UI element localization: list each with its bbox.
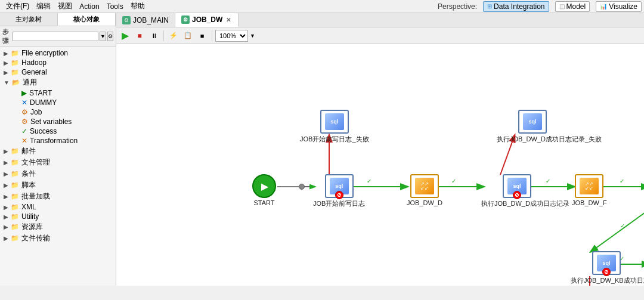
- sidebar-label-script: 脚本: [21, 180, 36, 190]
- sql-node-box: sql: [518, 110, 547, 134]
- sidebar-item-batch-load[interactable]: ▶ 📁 批量加载: [0, 191, 116, 202]
- arrow-bl: ↙: [420, 187, 424, 190]
- start-node-box: ▶: [252, 174, 276, 198]
- paste-button[interactable]: ■: [196, 29, 209, 42]
- tab-close-button[interactable]: ✕: [225, 17, 232, 23]
- sidebar-label-file-mgmt: 文件管理: [21, 157, 50, 168]
- sidebar-label-resource: 资源库: [21, 222, 43, 232]
- sidebar-item-start[interactable]: ▶ START: [0, 88, 116, 98]
- sidebar-search-input[interactable]: [13, 32, 98, 41]
- sidebar-item-condition[interactable]: ▶ 📁 条件: [0, 168, 116, 180]
- menu-file[interactable]: 文件(F): [2, 0, 33, 13]
- tab-job-dw[interactable]: ⚙ JOB_DW ✕: [175, 13, 239, 27]
- sidebar-item-set-variables[interactable]: ⚙ Set variables: [0, 117, 116, 126]
- folder-icon: 📁: [11, 59, 19, 67]
- sidebar-label-tongyong: 通用: [23, 78, 37, 88]
- node-job-dw-f-label: JOB_DW_F: [572, 199, 607, 206]
- sidebar-label-dummy: DUMMY: [30, 98, 57, 107]
- sidebar-item-mail[interactable]: ▶ 📁 邮件: [0, 146, 116, 157]
- node-job-begin-log-fail[interactable]: sql JOB开始前写日志_失败: [300, 110, 369, 144]
- sidebar-item-success[interactable]: ✓ Success: [0, 126, 116, 136]
- sidebar-label-file-encryption: File encryption: [21, 49, 68, 57]
- node-job-begin-log[interactable]: sql ⊘ JOB开始前写日志: [313, 174, 365, 208]
- run-button[interactable]: ▶: [119, 29, 132, 42]
- sidebar-label-hadoop: Hadoop: [21, 58, 47, 67]
- sidebar-label-start: START: [29, 89, 52, 97]
- stop-button[interactable]: ■: [133, 29, 146, 42]
- node-exec-dw-d-log[interactable]: sql ⊘ 执行JOB_DW_D成功日志记录: [481, 174, 553, 208]
- success-icon: ✓: [21, 127, 27, 135]
- sidebar-tab-main-objects[interactable]: 主对象树: [0, 13, 58, 26]
- arrow-icon: ▶: [4, 235, 8, 242]
- tab-job-dw-label: JOB_DW: [192, 16, 222, 24]
- node-exec-dw-d-log-label: 执行JOB_DW_D成功日志记录: [481, 199, 553, 208]
- canvas[interactable]: ✓ ✓ ✓: [116, 44, 644, 286]
- arrow-bl: ↙: [586, 187, 589, 190]
- perspective-visualize[interactable]: 📊 Visualize: [596, 1, 642, 12]
- start-play-icon: ▶: [261, 181, 268, 192]
- sidebar-item-file-encryption[interactable]: ▶ 📁 File encryption: [0, 48, 116, 58]
- sidebar-label-transformation: Transformation: [30, 137, 78, 145]
- job-main-icon: ⚙: [122, 16, 131, 24]
- menu-edit[interactable]: 编辑: [33, 0, 54, 13]
- arrow-icon: ▶: [4, 214, 8, 220]
- folder-icon: 📁: [11, 193, 19, 200]
- perspective-model-label: Model: [566, 2, 586, 11]
- sidebar-item-file-transfer[interactable]: ▶ 📁 文件传输: [0, 233, 116, 244]
- perspective-data-integration[interactable]: ⊞ Data Integration: [483, 1, 549, 12]
- sidebar-label-success: Success: [30, 127, 57, 135]
- perspective-label: Perspective:: [438, 2, 477, 11]
- connector-dot: [299, 184, 305, 190]
- main-layout: 主对象树 核心对象 步骤 ▼ ⚙ ▶ 📁 File encryption ▶ 📁…: [0, 13, 644, 286]
- error-badge: ⊘: [513, 191, 521, 199]
- sidebar-item-xml[interactable]: ▶ 📁 XML: [0, 202, 116, 212]
- sidebar-tab-core-objects[interactable]: 核心对象: [58, 13, 116, 26]
- node-job-dw-f[interactable]: ↗ ↗ ↙ ↙ JOB_DW_F: [572, 174, 607, 206]
- sidebar-item-resource[interactable]: ▶ 📁 资源库: [0, 221, 116, 233]
- folder-open-icon: 📂: [12, 79, 20, 86]
- svg-text:✓: ✓: [620, 178, 624, 184]
- node-start[interactable]: ▶ START: [252, 174, 276, 206]
- node-job-dw-d[interactable]: ↗ ↗ ↙ ↙ JOB_DW_D: [407, 174, 442, 206]
- arrow-icon: ▶: [4, 224, 8, 230]
- sidebar-item-general[interactable]: ▶ 📁 General: [0, 67, 116, 77]
- sql-node-box: sql ⊘: [503, 174, 531, 198]
- job-icon: ⚙: [21, 108, 28, 116]
- sidebar-item-job[interactable]: ⚙ Job: [0, 107, 116, 117]
- sidebar-label-condition: 条件: [21, 169, 36, 179]
- node-exec-dw-kb-log[interactable]: sql ⊘ 执行JOB_DW_KB成功日志记录: [571, 251, 642, 285]
- arrow-icon: ▶: [4, 50, 8, 57]
- menu-view[interactable]: 视图: [54, 0, 76, 13]
- sidebar-search-button[interactable]: ▼: [100, 32, 106, 41]
- sidebar-item-dummy[interactable]: ✕ DUMMY: [0, 98, 116, 107]
- menu-tools[interactable]: Tools: [103, 1, 127, 12]
- sidebar: 主对象树 核心对象 步骤 ▼ ⚙ ▶ 📁 File encryption ▶ 📁…: [0, 13, 116, 286]
- transform-node-box: ↗ ↗ ↙ ↙: [575, 174, 603, 198]
- sidebar-item-tongyong[interactable]: ▼ 📂 通用: [0, 77, 116, 88]
- sql-node-box: sql ⊘: [325, 174, 354, 198]
- set-variables-icon: ⚙: [21, 117, 28, 126]
- preview-button[interactable]: ⚡: [167, 29, 180, 42]
- menu-action[interactable]: Action: [76, 1, 103, 12]
- tab-bar: ⚙ JOB_MAIN ⚙ JOB_DW ✕: [116, 13, 644, 27]
- perspective-visualize-label: Visualize: [609, 2, 637, 11]
- tab-job-main[interactable]: ⚙ JOB_MAIN: [116, 13, 175, 27]
- sidebar-label-xml: XML: [21, 203, 36, 211]
- node-job-dw-d-label: JOB_DW_D: [407, 199, 442, 206]
- toolbar-separator-2: [212, 30, 212, 41]
- sidebar-search-options[interactable]: ⚙: [107, 32, 113, 41]
- sidebar-label-file-transfer: 文件传输: [21, 233, 50, 243]
- sidebar-item-script[interactable]: ▶ 📁 脚本: [0, 180, 116, 191]
- sidebar-item-hadoop[interactable]: ▶ 📁 Hadoop: [0, 58, 116, 67]
- zoom-select[interactable]: 100%: [215, 30, 248, 42]
- sidebar-item-transformation[interactable]: ✕ Transformation: [0, 136, 116, 146]
- copy-button[interactable]: 📋: [181, 29, 194, 42]
- arrow-icon: ▶: [4, 204, 8, 211]
- node-exec-dw-d-log-fail[interactable]: sql 执行JOB_DW_D成功日志记录_失败: [497, 110, 568, 144]
- pause-button[interactable]: ⏸: [147, 29, 160, 42]
- sidebar-item-file-mgmt[interactable]: ▶ 📁 文件管理: [0, 157, 116, 168]
- menu-help[interactable]: 帮助: [127, 0, 148, 13]
- perspective-model[interactable]: ◫ Model: [555, 1, 590, 12]
- toolbar: ▶ ■ ⏸ ⚡ 📋 ■ 100% ▼: [116, 27, 644, 44]
- sidebar-item-utility[interactable]: ▶ 📁 Utility: [0, 212, 116, 221]
